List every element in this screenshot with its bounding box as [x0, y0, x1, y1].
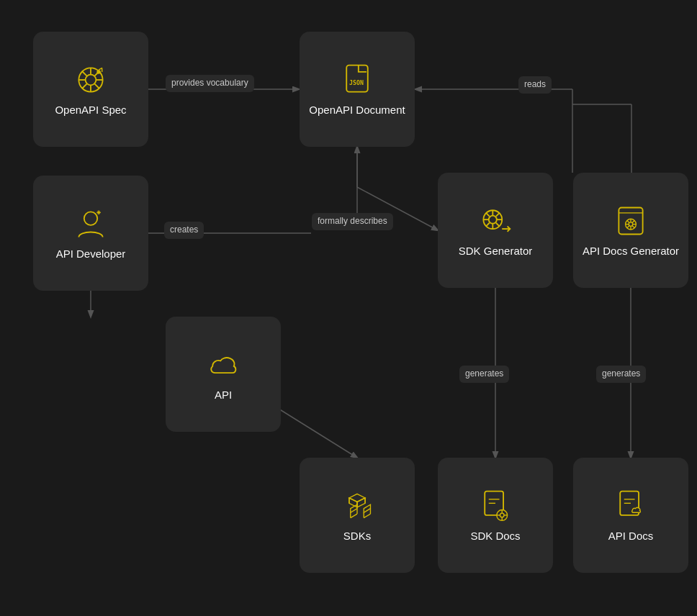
- reads-label: reads: [518, 76, 552, 94]
- openapi-spec-icon: [73, 63, 108, 97]
- svg-line-52: [627, 221, 629, 223]
- api-node: API: [166, 317, 281, 432]
- svg-line-41: [496, 213, 500, 217]
- svg-text:JSON: JSON: [349, 80, 364, 87]
- svg-line-22: [82, 84, 86, 89]
- generates-docs-label: generates: [596, 366, 646, 383]
- diagram: OpenAPI Spec API Developer JSON: [0, 0, 697, 616]
- svg-marker-60: [357, 498, 365, 507]
- svg-line-19: [82, 71, 86, 76]
- openapi-doc-icon: JSON: [340, 63, 374, 97]
- svg-marker-56: [349, 494, 365, 502]
- svg-line-40: [496, 223, 500, 227]
- formally-describes-label: formally describes: [312, 213, 393, 230]
- api-developer-node: API Developer: [33, 176, 148, 291]
- sdks-node: SDKs: [300, 458, 415, 573]
- svg-line-53: [632, 226, 634, 228]
- svg-line-39: [486, 213, 490, 217]
- svg-point-34: [489, 216, 497, 224]
- sdk-generator-node: SDK Generator: [438, 173, 553, 288]
- sdk-docs-icon: [478, 489, 513, 523]
- svg-line-65: [351, 514, 357, 518]
- api-docs-node: API Docs: [573, 458, 688, 573]
- svg-point-14: [86, 75, 96, 86]
- api-icon: [206, 348, 240, 382]
- openapi-doc-label: OpenAPI Document: [309, 103, 405, 117]
- svg-line-42: [486, 223, 490, 227]
- sdks-label: SDKs: [343, 529, 371, 543]
- api-developer-label: API Developer: [56, 247, 126, 261]
- openapi-spec-label: OpenAPI Spec: [55, 103, 126, 117]
- openapi-doc-node: JSON OpenAPI Document: [300, 32, 415, 147]
- api-docs-generator-icon: [613, 204, 648, 238]
- sdk-generator-label: SDK Generator: [459, 244, 533, 258]
- sdk-docs-node: SDK Docs: [438, 458, 553, 573]
- api-label: API: [215, 388, 232, 402]
- openapi-spec-node: OpenAPI Spec: [33, 32, 148, 147]
- svg-point-23: [96, 70, 101, 74]
- creates-label: creates: [164, 222, 204, 239]
- svg-point-26: [84, 212, 97, 225]
- svg-rect-31: [346, 65, 368, 92]
- provides-vocabulary-label: provides vocabulary: [166, 75, 254, 92]
- api-docs-generator-label: API Docs Generator: [583, 244, 679, 258]
- svg-marker-66: [364, 504, 370, 512]
- api-docs-generator-node: API Docs Generator: [573, 173, 688, 288]
- sdk-generator-icon: [478, 204, 513, 238]
- api-developer-icon: [73, 207, 108, 241]
- svg-line-55: [627, 226, 629, 228]
- api-docs-label: API Docs: [608, 529, 654, 543]
- svg-line-20: [95, 84, 99, 89]
- generates-sdk-label: generates: [459, 366, 509, 383]
- sdks-icon: [340, 489, 374, 523]
- sdk-docs-label: SDK Docs: [470, 529, 520, 543]
- svg-line-54: [632, 221, 634, 223]
- svg-line-69: [364, 514, 370, 518]
- api-docs-icon: [613, 489, 648, 523]
